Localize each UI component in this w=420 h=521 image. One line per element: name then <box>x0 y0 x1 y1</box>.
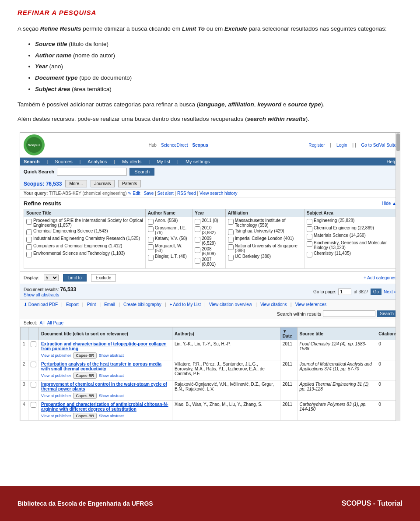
row-check[interactable] <box>31 341 36 347</box>
rss-link[interactable]: RSS feed <box>177 191 196 196</box>
col-check <box>28 327 39 340</box>
nav-help[interactable]: Help <box>386 159 396 164</box>
add-mylist-link[interactable]: + Add to My List <box>170 302 201 307</box>
select-all[interactable]: All <box>40 320 45 325</box>
page-number-input[interactable] <box>338 289 351 295</box>
login-link[interactable]: Login <box>336 143 347 148</box>
row-check[interactable] <box>31 402 36 408</box>
row-checkbox[interactable] <box>28 340 39 360</box>
source-check-2[interactable] <box>26 229 32 235</box>
show-abstract[interactable]: Show abstract <box>99 373 124 378</box>
next-button[interactable]: Next » <box>384 289 396 294</box>
bibliography-link[interactable]: Create bibliography <box>123 302 161 307</box>
hide-button[interactable]: Hide ▲ <box>382 201 396 206</box>
journals-button[interactable]: Journals <box>91 180 115 187</box>
scrollbar[interactable] <box>396 133 400 421</box>
nav-mysettings[interactable]: My settings <box>186 159 210 164</box>
source-check-4[interactable] <box>26 244 32 250</box>
row-num: 2 <box>21 360 28 380</box>
scroll-thumb[interactable] <box>396 134 400 151</box>
search-button[interactable]: Search <box>130 168 154 176</box>
citation-overview-link[interactable]: View citation overview <box>209 302 252 307</box>
source-item-2[interactable]: Chemical Engineering Science (1,543) <box>26 229 143 235</box>
nav-mylist[interactable]: My list <box>157 159 170 164</box>
doc-title-link[interactable]: Preparation and characterization of anti… <box>41 402 168 412</box>
exclude-button[interactable]: Exclude <box>91 274 116 282</box>
set-alert-link[interactable]: Set alert <box>158 191 174 196</box>
nav-myalerts[interactable]: My alerts <box>122 159 142 164</box>
doc-title-link[interactable]: Improvement of chemical control in the w… <box>41 382 167 391</box>
add-categories[interactable]: + Add categories <box>364 275 396 280</box>
nav-search[interactable]: Search <box>24 159 40 164</box>
doc-title-link[interactable]: Perturbation analysis of the heat transf… <box>41 362 161 371</box>
sciencedirect-link[interactable]: ScienceDirect <box>161 143 188 148</box>
more-button[interactable]: More... <box>65 180 87 187</box>
nav-analytics[interactable]: Analytics <box>88 159 107 164</box>
doc-title-link[interactable]: Extraction and characterisation of telop… <box>41 341 167 351</box>
source-check-3[interactable] <box>26 237 32 243</box>
register-link[interactable]: Register <box>308 143 325 148</box>
email-link[interactable]: Email <box>104 302 115 307</box>
print-link[interactable]: Print <box>87 302 96 307</box>
scival-link[interactable]: Go to SciVal Suite <box>361 143 396 148</box>
col-num <box>21 327 28 340</box>
view-at-publisher[interactable]: View at publisher <box>41 394 71 398</box>
show-all-abstracts[interactable]: Show all abstracts <box>24 292 59 297</box>
search-within-input[interactable] <box>323 310 375 317</box>
row-source: Applied Thermal Engineering 31 (1), pp. … <box>297 380 376 401</box>
doc-actions: View at publisher Capes-BR Show abstract <box>41 413 170 419</box>
nav-sources[interactable]: Sources <box>55 159 72 164</box>
scopus-link[interactable]: Scopus <box>192 143 208 148</box>
go-button[interactable]: Go <box>371 289 382 295</box>
view-at-publisher[interactable]: View at publisher <box>41 414 71 418</box>
refine-table: Source Title Author Name Year Affiliatio… <box>24 209 396 269</box>
row-num: 3 <box>21 380 28 401</box>
scopus-logo-inner: Scopus <box>26 137 42 153</box>
row-checkbox[interactable] <box>28 380 39 401</box>
show-abstract[interactable]: Show abstract <box>99 414 124 418</box>
capes-br-badge[interactable]: Capes-BR <box>73 352 97 359</box>
view-citations-link[interactable]: View citations <box>260 302 287 307</box>
author-name-col: Anon. (559) Grossmann, I.E. (76) Kataev,… <box>145 217 192 269</box>
select-all-page[interactable]: All Page <box>47 320 63 325</box>
view-history-link[interactable]: View search history <box>200 191 238 196</box>
limit-to-button[interactable]: Limit to <box>63 274 87 282</box>
show-abstract[interactable]: Show abstract <box>99 394 124 398</box>
download-pdf[interactable]: ⬇ Download PDF <box>24 302 58 307</box>
display-select[interactable]: 5 10 20 <box>44 275 59 281</box>
source-check-5[interactable] <box>26 252 32 257</box>
view-at-publisher[interactable]: View at publisher <box>41 373 71 378</box>
search-within-button[interactable]: Search <box>377 310 396 317</box>
refine-section: Refine results Hide ▲ Source Title Autho… <box>20 197 400 271</box>
show-abstract[interactable]: Show abstract <box>99 353 124 358</box>
source-item-1[interactable]: Proceedings of SPIE the International So… <box>26 218 143 228</box>
patents-button[interactable]: Patents <box>118 180 141 187</box>
row-checkbox[interactable] <box>28 401 39 421</box>
save-link[interactable]: Save <box>144 191 154 196</box>
results-table: Document title (click to sort on relevan… <box>20 327 400 421</box>
capes-br-badge[interactable]: Capes-BR <box>73 393 97 399</box>
row-title-cell: Improvement of chemical control in the w… <box>39 380 172 401</box>
source-item-3[interactable]: Industrial and Engineering Chemistry Res… <box>26 236 143 243</box>
edit-link[interactable]: ✎ Edit <box>128 191 140 196</box>
view-references-link[interactable]: View references <box>295 302 327 307</box>
footer-right-text: SCOPUS - Tutorial <box>342 500 402 507</box>
quick-search-input[interactable] <box>57 168 127 176</box>
capes-br-badge[interactable]: Capes-BR <box>73 373 97 379</box>
source-check-1[interactable] <box>26 219 32 225</box>
row-date: 2011 <box>280 340 297 360</box>
row-authors: Rajaković-Ognjanović, V.N., Ivčilinović,… <box>172 380 280 401</box>
row-check[interactable] <box>31 382 36 387</box>
sciverse-logo: Scopus <box>24 134 45 155</box>
view-at-publisher[interactable]: View at publisher <box>41 353 71 358</box>
subject-area-col: Engineering (25,828) Chemical Engineerin… <box>304 217 396 269</box>
row-checkbox[interactable] <box>28 360 39 380</box>
capes-br-badge[interactable]: Capes-BR <box>73 413 97 419</box>
source-item-5[interactable]: Environmental Science and Technology (1,… <box>26 251 143 257</box>
export-link[interactable]: Export <box>66 302 79 307</box>
row-title-cell: Extraction and characterisation of telop… <box>39 340 172 360</box>
bullet-author-name: Author name (nome do autor) <box>35 50 402 61</box>
row-check[interactable] <box>31 362 36 367</box>
source-item-4[interactable]: Computers and Chemical Engineering (1,41… <box>26 243 143 250</box>
refine-header: Refine results Hide ▲ <box>24 200 396 207</box>
